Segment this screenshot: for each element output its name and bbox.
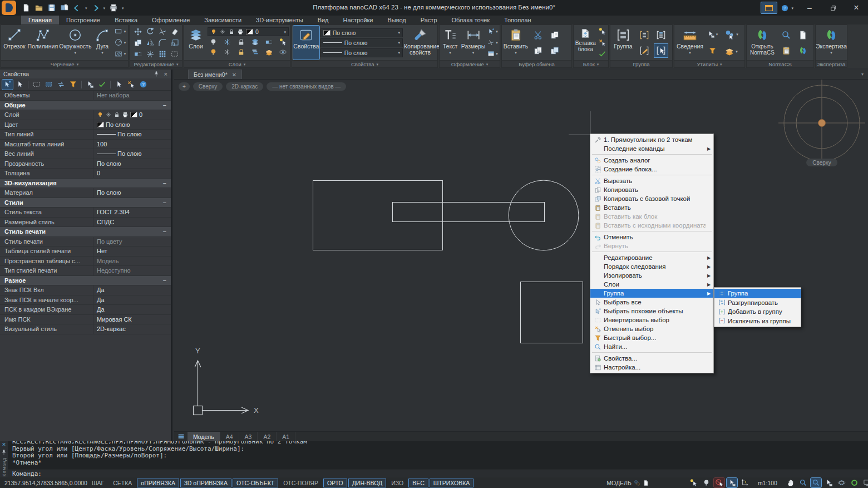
toggle-grid[interactable]: СЕТКА xyxy=(109,479,136,487)
sheet-tab-a2[interactable]: A2 xyxy=(258,432,277,441)
annotation-scale[interactable]: m1:100 xyxy=(758,480,777,486)
lock-icon[interactable] xyxy=(114,111,120,118)
command-history[interactable]: REC,RECT,RECTANG,RECTANGLE,ПРЯ,ПРЯМОУТ,П… xyxy=(8,441,868,470)
model-space-indicator[interactable]: МОДЕЛЬ xyxy=(606,480,649,486)
quick-select-button[interactable] xyxy=(114,80,124,90)
info-dropdown-icon[interactable]: ▾ xyxy=(689,51,691,55)
prop-row-thickness[interactable]: Толщина 0 xyxy=(0,169,171,179)
layer-dropdown-icon[interactable]: ▾ xyxy=(284,30,286,34)
normacs-frame-icon[interactable] xyxy=(798,46,808,56)
new-document-icon[interactable] xyxy=(22,3,31,12)
undo-arrow-icon[interactable] xyxy=(73,4,81,12)
prop-row-ltscale[interactable]: Масштаб типа линий 100 xyxy=(0,140,171,150)
orbit-button[interactable] xyxy=(836,478,847,487)
rectangle-tool-button[interactable]: ▾ xyxy=(114,27,126,36)
app-logo-icon[interactable] xyxy=(2,1,16,15)
layer-isolate-icon[interactable] xyxy=(251,38,259,46)
sheet-tab-a3[interactable]: A3 xyxy=(239,432,258,441)
submenu-item-ungroup[interactable]: Разгруппировать xyxy=(714,298,801,308)
decor-group-label[interactable]: Оформление▾ xyxy=(440,60,500,67)
table-tool-button[interactable]: ▾ xyxy=(487,50,498,57)
normacs-doc-search-icon[interactable] xyxy=(781,30,791,40)
tab-nastroyki[interactable]: Настройки xyxy=(336,16,381,24)
menu-item-select-all[interactable]: Выбрать все xyxy=(590,298,713,307)
layer-freeze-all-icon[interactable] xyxy=(223,38,231,46)
sheet-tab-a1[interactable]: A1 xyxy=(277,432,295,441)
menu-item-settings[interactable]: Настройка... xyxy=(590,363,713,372)
drawing-group-label[interactable]: Черчение▾ xyxy=(1,60,128,67)
copy-with-link-icon[interactable] xyxy=(550,30,560,40)
menu-item-paste[interactable]: Вставить xyxy=(590,203,713,212)
prop-row-plotstyle[interactable]: Стиль печати По цвету xyxy=(0,237,171,247)
lineweight-dropdown-icon[interactable]: ▾ xyxy=(398,51,400,55)
toggle-hatch[interactable]: ШТРИХОВКА xyxy=(430,479,474,487)
select-move-button[interactable]: ▾ xyxy=(707,30,718,38)
open-normacs-button[interactable]: Открыть NormaCS xyxy=(748,26,777,60)
print-icon[interactable] xyxy=(109,3,118,12)
properties-group-label[interactable]: Свойства▾ xyxy=(292,60,437,67)
trim-icon[interactable] xyxy=(158,27,167,36)
expertise-button[interactable]: Экспертиза ▾ xyxy=(816,26,846,60)
color-dropdown-icon[interactable]: ▾ xyxy=(398,31,400,34)
circle-tool-button[interactable]: Окружность ▾ xyxy=(59,26,92,60)
toggle-lineweight[interactable]: ВЕС xyxy=(408,479,428,487)
submenu-item-add-to-group[interactable]: Добавить в группу xyxy=(714,307,801,317)
normacs-group-label[interactable]: NormaCS xyxy=(747,60,813,67)
toggle-ortho[interactable]: ОРТО xyxy=(323,479,347,487)
line-tool-button[interactable]: Отрезок xyxy=(2,26,27,60)
zoom-realtime-button[interactable] xyxy=(811,478,821,487)
ucs-axes-button[interactable] xyxy=(739,478,750,487)
prop-row-transparency[interactable]: Прозрачность По слою xyxy=(0,159,171,169)
sheet-arrow-icon[interactable] xyxy=(643,480,649,486)
tab-3d-instrumenty[interactable]: 3D-инструменты xyxy=(249,16,310,24)
menu-item-quick-select[interactable]: Быстрый выбор... xyxy=(590,333,713,342)
insert-block-button[interactable]: Вставка блока xyxy=(575,26,596,60)
rotate-icon[interactable] xyxy=(146,27,155,36)
erase-icon[interactable] xyxy=(170,27,179,36)
group-button[interactable]: Группа xyxy=(611,26,635,60)
prop-section-styles[interactable]: Стили− xyxy=(0,198,171,208)
info-button[interactable]: Сведения ▾ xyxy=(675,26,704,60)
block-attrib-icon[interactable] xyxy=(598,38,606,47)
dimensions-dropdown-icon[interactable]: ▾ xyxy=(472,51,475,55)
menu-item-deselect[interactable]: Отменить выбор xyxy=(590,324,713,333)
submenu-item-remove-from-group[interactable]: Исключить из группы xyxy=(714,317,801,326)
zoom-button[interactable] xyxy=(798,478,808,487)
toggle-3d-osnap[interactable]: 3D оПРИВЯЗКА xyxy=(180,479,231,487)
menu-item-undo[interactable]: Отменить xyxy=(590,233,713,241)
compass-view-label[interactable]: Сверху xyxy=(806,159,837,166)
prop-row-material[interactable]: Материал По слою xyxy=(0,188,171,198)
prop-row-textstyle[interactable]: Стиль текста ГОСТ 2.304 xyxy=(0,208,171,218)
command-panel-close-icon[interactable]: ✕ xyxy=(2,442,6,447)
minimize-button[interactable]: – xyxy=(798,0,821,16)
workspace-switcher-button[interactable] xyxy=(761,2,777,14)
toggle-snap[interactable]: ШАГ xyxy=(88,479,108,487)
menu-item-copy-base-point[interactable]: Копировать с базовой точкой xyxy=(590,194,713,203)
arc-tool-button[interactable]: Дуга ▾ xyxy=(93,26,112,60)
tab-postroenie[interactable]: Построение xyxy=(59,16,107,24)
prop-section-general[interactable]: Общие− xyxy=(0,101,171,111)
prop-row-color[interactable]: Цвет По слою xyxy=(0,120,171,130)
menu-item-group[interactable]: Группа▶ xyxy=(590,289,713,298)
save-as-icon[interactable] xyxy=(60,3,69,12)
selection-lamp-button[interactable] xyxy=(688,478,699,487)
layer-sheets-icon[interactable] xyxy=(251,48,259,56)
prop-section-3d[interactable]: 3D-визуализация− xyxy=(0,179,171,189)
open-folder-icon[interactable] xyxy=(34,3,43,12)
command-panel-pin-icon[interactable] xyxy=(1,449,7,456)
layer-stack-icon[interactable] xyxy=(265,48,273,56)
utils-group-label[interactable]: Утилиты▾ xyxy=(674,60,744,67)
highlight-bulb-button[interactable] xyxy=(701,478,712,487)
prop-row-dimstyle[interactable]: Размерный стиль СПДС xyxy=(0,218,171,228)
group-manager-icon[interactable] xyxy=(655,29,667,41)
prop-row-plotspace[interactable]: Пространство таблицы с... Модель xyxy=(0,257,171,267)
tab-oblaka-tochek[interactable]: Облака точек xyxy=(445,16,497,24)
menu-item-editing[interactable]: Редактирование▶ xyxy=(590,253,713,262)
layers-button[interactable]: Слои xyxy=(185,26,206,60)
prop-row-ucs-origin[interactable]: Знак ПСК в начале коор... Да xyxy=(0,295,171,305)
prop-row-ucs-on[interactable]: Знак ПСК Вкл Да xyxy=(0,285,171,295)
paste-button[interactable]: Вставить ▾ xyxy=(503,26,529,60)
selection-cycling-button[interactable]: ▾ xyxy=(724,29,738,40)
draw-order-button[interactable]: ▾ xyxy=(724,46,738,56)
sheet-tab-a4[interactable]: A4 xyxy=(220,432,239,441)
